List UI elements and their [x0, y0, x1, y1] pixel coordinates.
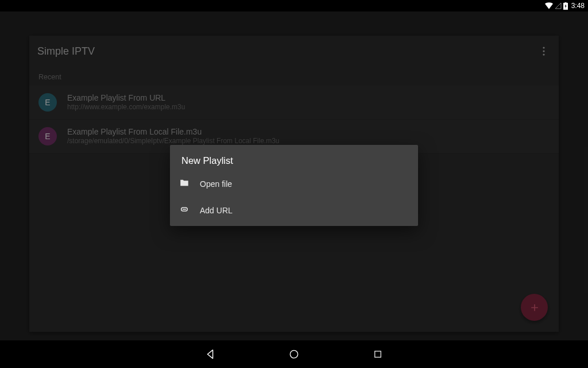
- item-subtitle: http://www.example.com/example.m3u: [67, 103, 550, 112]
- svg-point-3: [543, 50, 544, 52]
- app-bar: Simple IPTV: [29, 36, 559, 67]
- more-vert-icon: [543, 47, 545, 56]
- svg-rect-1: [564, 2, 566, 3]
- dialog-option-label: Open file: [200, 179, 232, 189]
- navigation-bar: [0, 340, 588, 368]
- item-title: Example Playlist From Local File.m3u: [67, 126, 550, 137]
- nav-recent-button[interactable]: [370, 347, 385, 362]
- avatar-initial: E: [45, 132, 50, 141]
- item-texts: Example Playlist From URL http://www.exa…: [67, 93, 550, 112]
- folder-icon: [179, 178, 189, 190]
- section-label-recent: Recent: [29, 67, 559, 86]
- nav-home-button[interactable]: [287, 347, 301, 362]
- home-circle-icon: [288, 348, 300, 360]
- avatar-initial: E: [45, 98, 50, 107]
- battery-charging-icon: [563, 2, 568, 10]
- new-playlist-dialog: New Playlist Open file Add URL: [170, 145, 418, 226]
- dialog-title: New Playlist: [170, 145, 418, 171]
- svg-point-2: [543, 47, 544, 48]
- playlist-item[interactable]: E Example Playlist From URL http://www.e…: [29, 86, 559, 120]
- dialog-option-label: Add URL: [200, 206, 233, 215]
- item-title: Example Playlist From URL: [67, 93, 550, 103]
- svg-point-5: [290, 350, 297, 358]
- cell-signal-icon: [555, 2, 562, 9]
- avatar: E: [38, 127, 57, 145]
- overflow-menu-button[interactable]: [537, 44, 551, 58]
- status-bar: 3:48: [0, 0, 588, 12]
- nav-back-button[interactable]: [203, 347, 218, 362]
- wifi-icon: [545, 2, 553, 9]
- status-time: 3:48: [571, 2, 585, 10]
- dialog-option-add-url[interactable]: Add URL: [170, 197, 418, 226]
- link-icon: [179, 204, 189, 217]
- svg-rect-6: [375, 351, 381, 358]
- dialog-option-open-file[interactable]: Open file: [170, 171, 418, 197]
- avatar: E: [38, 93, 57, 112]
- item-texts: Example Playlist From Local File.m3u /st…: [67, 126, 550, 146]
- svg-point-4: [543, 53, 544, 55]
- fab-add-button[interactable]: [521, 294, 548, 321]
- back-triangle-icon: [204, 348, 216, 361]
- app-title: Simple IPTV: [37, 45, 537, 57]
- plus-icon: [529, 302, 540, 313]
- recent-square-icon: [373, 349, 383, 359]
